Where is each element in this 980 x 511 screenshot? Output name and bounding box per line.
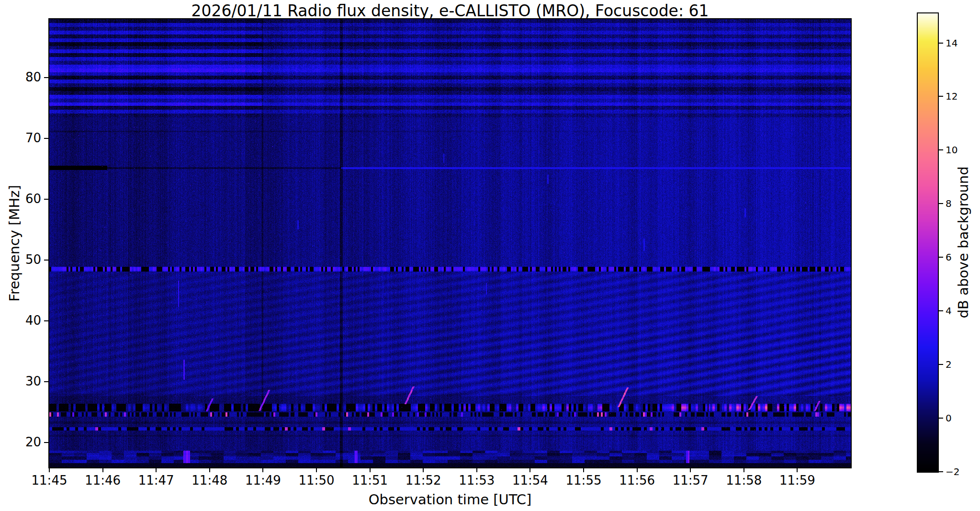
x-tick-label: 11:51	[349, 473, 392, 488]
x-tick-mark	[690, 468, 691, 472]
colorbar-tick-mark	[939, 310, 943, 311]
colorbar-tick-label: 4	[946, 305, 952, 317]
colorbar-tick-mark	[939, 471, 943, 472]
colorbar-tick-label: 2	[946, 359, 952, 370]
colorbar-tick-mark	[939, 364, 943, 365]
y-tick-mark	[44, 381, 48, 382]
x-tick-label: 11:47	[135, 473, 178, 488]
x-tick-mark	[637, 468, 638, 472]
colorbar-tick-label: 10	[946, 144, 957, 156]
colorbar-tick-label: 14	[946, 37, 957, 49]
x-tick-label: 11:55	[562, 473, 605, 488]
x-tick-label: 11:45	[28, 473, 71, 488]
colorbar-tick-mark	[939, 96, 943, 97]
x-tick-label: 11:52	[402, 473, 445, 488]
colorbar-tick-label: −2	[946, 466, 959, 477]
x-tick-label: 11:48	[188, 473, 231, 488]
x-tick-mark	[262, 468, 263, 472]
x-tick-mark	[102, 468, 103, 472]
x-tick-mark	[370, 468, 371, 472]
x-tick-mark	[423, 468, 424, 472]
y-tick-mark	[44, 138, 48, 139]
chart-title: 2026/01/11 Radio flux density, e-CALLIST…	[49, 1, 851, 20]
colorbar-tick-label: 8	[946, 198, 952, 209]
colorbar-tick-label: 0	[946, 412, 952, 424]
y-tick-mark	[44, 199, 48, 200]
x-tick-mark	[209, 468, 210, 472]
colorbar-canvas	[918, 13, 938, 472]
x-tick-label: 11:59	[776, 473, 819, 488]
x-tick-mark	[743, 468, 744, 472]
y-tick-mark	[44, 77, 48, 78]
x-tick-mark	[156, 468, 157, 472]
x-tick-label: 11:56	[616, 473, 659, 488]
y-tick-mark	[44, 320, 48, 321]
colorbar-label: dB above background	[955, 166, 971, 318]
x-tick-label: 11:58	[722, 473, 766, 488]
y-tick-label: 20	[0, 435, 41, 449]
colorbar-tick-mark	[939, 43, 943, 44]
colorbar-tick-mark	[939, 418, 943, 419]
colorbar-tick-mark	[939, 149, 943, 150]
colorbar-tick-mark	[939, 203, 943, 204]
y-tick-label: 70	[0, 131, 41, 145]
figure-root: { "figure": { "background": "#ffffff", "…	[0, 0, 980, 511]
y-tick-label: 60	[0, 192, 41, 206]
x-tick-label: 11:57	[669, 473, 712, 488]
x-tick-label: 11:53	[455, 473, 498, 488]
y-tick-label: 80	[0, 70, 41, 84]
x-tick-label: 11:54	[508, 473, 552, 488]
x-tick-mark	[797, 468, 798, 472]
x-tick-mark	[476, 468, 477, 472]
y-tick-label: 30	[0, 374, 41, 388]
colorbar-tick-label: 12	[946, 91, 957, 102]
x-tick-label: 11:49	[241, 473, 284, 488]
spectrogram-canvas	[49, 19, 851, 467]
x-tick-mark	[583, 468, 584, 472]
y-tick-mark	[44, 260, 48, 261]
y-tick-label: 50	[0, 252, 41, 267]
x-axis-label: Observation time [UTC]	[49, 491, 851, 508]
x-tick-mark	[316, 468, 317, 472]
y-tick-mark	[44, 442, 48, 443]
x-tick-mark	[529, 468, 530, 472]
x-tick-label: 11:46	[81, 473, 124, 488]
colorbar-tick-mark	[939, 257, 943, 258]
y-tick-label: 40	[0, 313, 41, 328]
colorbar-tick-label: 6	[946, 251, 952, 263]
x-tick-mark	[49, 468, 50, 472]
x-tick-label: 11:50	[295, 473, 338, 488]
